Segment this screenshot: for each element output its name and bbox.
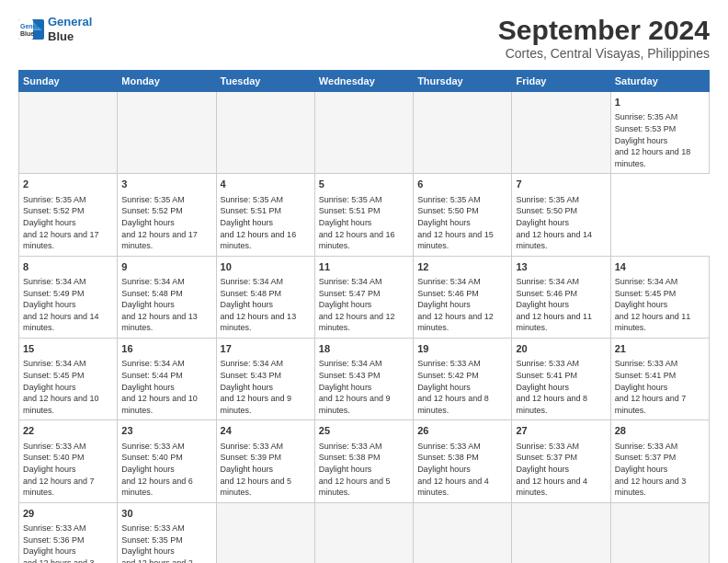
empty-cell [19,92,118,174]
empty-cell [314,502,413,563]
empty-cell [216,502,314,563]
empty-cell [314,92,413,174]
col-friday: Friday [512,71,610,92]
table-row: 14Sunrise: 5:34 AMSunset: 5:45 PMDayligh… [610,256,709,338]
table-row: 30Sunrise: 5:33 AMSunset: 5:35 PMDayligh… [118,502,216,563]
empty-cell [512,502,610,563]
table-row: 7Sunrise: 5:35 AMSunset: 5:50 PMDaylight… [512,174,610,256]
table-row: 29Sunrise: 5:33 AMSunset: 5:36 PMDayligh… [19,502,118,563]
header: General Blue General Blue September 2024… [18,15,710,61]
col-thursday: Thursday [414,71,512,92]
page: General Blue General Blue September 2024… [0,0,728,563]
table-row: 28Sunrise: 5:33 AMSunset: 5:37 PMDayligh… [610,420,709,502]
header-row: Sunday Monday Tuesday Wednesday Thursday… [19,71,710,92]
logo-line2: Blue [48,29,92,44]
col-sunday: Sunday [19,71,118,92]
table-row: 13Sunrise: 5:34 AMSunset: 5:46 PMDayligh… [512,256,610,338]
table-row: 1Sunrise: 5:35 AMSunset: 5:53 PMDaylight… [610,92,709,174]
table-row: 24Sunrise: 5:33 AMSunset: 5:39 PMDayligh… [216,420,314,502]
logo: General Blue General Blue [18,15,92,43]
table-row: 12Sunrise: 5:34 AMSunset: 5:46 PMDayligh… [414,256,512,338]
empty-cell [610,502,709,563]
empty-cell [414,502,512,563]
table-row: 11Sunrise: 5:34 AMSunset: 5:47 PMDayligh… [314,256,413,338]
table-row: 8Sunrise: 5:34 AMSunset: 5:49 PMDaylight… [19,256,118,338]
main-title: September 2024 [498,15,710,46]
table-row: 21Sunrise: 5:33 AMSunset: 5:41 PMDayligh… [610,339,709,420]
table-row: 18Sunrise: 5:34 AMSunset: 5:43 PMDayligh… [314,339,413,420]
table-row: 10Sunrise: 5:34 AMSunset: 5:48 PMDayligh… [216,256,314,338]
table-row: 27Sunrise: 5:33 AMSunset: 5:37 PMDayligh… [512,420,610,502]
table-row: 17Sunrise: 5:34 AMSunset: 5:43 PMDayligh… [216,339,314,420]
subtitle: Cortes, Central Visayas, Philippines [498,46,710,61]
table-row: 20Sunrise: 5:33 AMSunset: 5:41 PMDayligh… [512,339,610,420]
col-tuesday: Tuesday [216,71,314,92]
table-row: 5Sunrise: 5:35 AMSunset: 5:51 PMDaylight… [314,174,413,256]
table-row: 25Sunrise: 5:33 AMSunset: 5:38 PMDayligh… [314,420,413,502]
table-row: 9Sunrise: 5:34 AMSunset: 5:48 PMDaylight… [118,256,216,338]
empty-cell [118,92,216,174]
table-row: 3Sunrise: 5:35 AMSunset: 5:52 PMDaylight… [118,174,216,256]
svg-text:General: General [20,23,44,29]
table-row: 22Sunrise: 5:33 AMSunset: 5:40 PMDayligh… [19,420,118,502]
table-row: 23Sunrise: 5:33 AMSunset: 5:40 PMDayligh… [118,420,216,502]
table-row: 4Sunrise: 5:35 AMSunset: 5:51 PMDaylight… [216,174,314,256]
col-wednesday: Wednesday [314,71,413,92]
logo-text: General Blue [48,15,92,43]
table-row: 15Sunrise: 5:34 AMSunset: 5:45 PMDayligh… [19,339,118,420]
col-monday: Monday [118,71,216,92]
empty-cell [414,92,512,174]
col-saturday: Saturday [610,71,709,92]
table-row: 16Sunrise: 5:34 AMSunset: 5:44 PMDayligh… [118,339,216,420]
table-row: 26Sunrise: 5:33 AMSunset: 5:38 PMDayligh… [414,420,512,502]
logo-icon: General Blue [18,19,44,40]
table-row: 2Sunrise: 5:35 AMSunset: 5:52 PMDaylight… [19,174,118,256]
title-block: September 2024 Cortes, Central Visayas, … [498,15,710,61]
svg-text:Blue: Blue [20,30,34,37]
empty-cell [512,92,610,174]
table-row: 19Sunrise: 5:33 AMSunset: 5:42 PMDayligh… [414,339,512,420]
empty-cell [216,92,314,174]
table-row: 6Sunrise: 5:35 AMSunset: 5:50 PMDaylight… [414,174,512,256]
calendar-table: Sunday Monday Tuesday Wednesday Thursday… [18,70,710,563]
logo-line1: General [48,15,92,29]
